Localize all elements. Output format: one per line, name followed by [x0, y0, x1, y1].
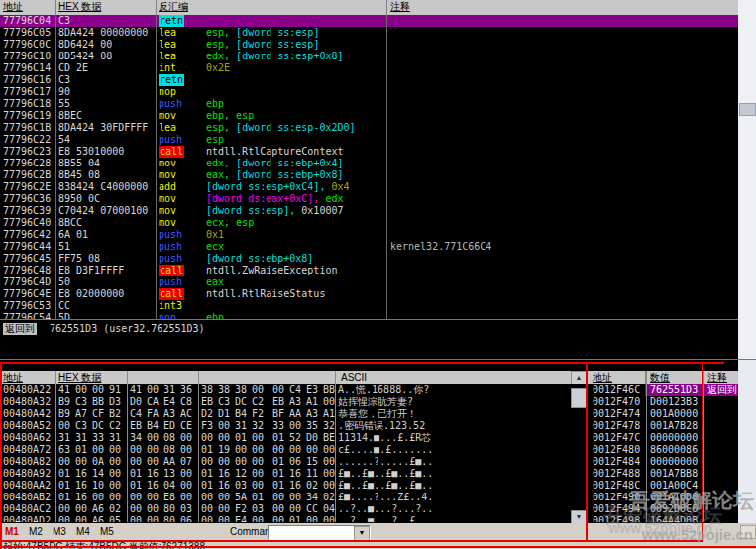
- dump-row[interactable]: 00480AA201161000011604000116030001160200…: [0, 480, 585, 492]
- disasm-operands: ntdll.RtlCaptureContext: [206, 146, 343, 158]
- stack-row[interactable]: 0012F4940092D0C0: [588, 503, 738, 515]
- dump-row[interactable]: 00480A42B9A7CFB2C4FAA3ACD2D1B4F2BFAAA3A1…: [0, 408, 585, 420]
- dump-byte: B4: [235, 408, 247, 420]
- disasm-hex-bytes: C70424 07000100: [58, 205, 155, 217]
- dropdown-button[interactable]: ▼: [354, 526, 370, 541]
- dump-byte: 01: [130, 480, 142, 492]
- dump-byte: 01: [75, 444, 87, 456]
- disasm-operands: ntdll.RtlRaiseStatus: [206, 288, 325, 300]
- dump-byte: 00: [272, 515, 284, 522]
- dump-byte: 16: [218, 480, 230, 492]
- disasm-row[interactable]: 77796C368950 0Cmov[dword ds:eax+0xC], ed…: [0, 193, 738, 205]
- tab-m3[interactable]: M3: [53, 526, 74, 538]
- disasm-row[interactable]: 77796C058DA424 00000000leaesp, [dword ss…: [0, 27, 738, 39]
- dump-row[interactable]: 00480A32B9C3BBD3D0CAE4C8EBC3DCC2EBA3A100…: [0, 396, 585, 408]
- dump-address: 00480A52: [3, 420, 51, 432]
- disasm-hex-bytes: CD 2E: [58, 62, 155, 74]
- command-combobox[interactable]: ▼: [268, 525, 371, 540]
- stack-value: 0092D0C0: [650, 503, 702, 515]
- dump-row[interactable]: 00480AB2011600000000E80000005A0100003402…: [0, 492, 585, 503]
- command-input[interactable]: [269, 526, 358, 539]
- disasm-row[interactable]: 77796C4EE8 02000000callntdll.RtlRaiseSta…: [0, 288, 738, 300]
- disasm-scrollbar[interactable]: [738, 0, 756, 359]
- stack-row[interactable]: 0012F47C00000000: [588, 432, 738, 444]
- tab-m4[interactable]: M4: [76, 526, 98, 538]
- stack-address: 0012F474: [593, 408, 640, 420]
- dump-scroll-down-button[interactable]: ▼: [571, 510, 587, 524]
- disasm-row[interactable]: 77796C545Dpopebp: [0, 312, 738, 319]
- stack-row[interactable]: 0012F498164A4D0B: [588, 515, 738, 522]
- disasm-row[interactable]: 77796C1790nop: [0, 86, 738, 98]
- disasm-address: 77796C19: [3, 110, 51, 122]
- operand-token: [dword ss:esp+0x8]: [236, 51, 343, 61]
- stack-row[interactable]: 0012F48C001A00C4: [588, 480, 738, 492]
- disasm-row[interactable]: 77796C4D50pusheax: [0, 276, 738, 288]
- disasm-row[interactable]: 77796C2E838424 C4000000add[dword ss:esp+…: [0, 181, 738, 193]
- disasm-address: 77796C42: [3, 229, 51, 241]
- disasm-row[interactable]: 77796C198BECmovebp, esp: [0, 110, 738, 122]
- disasm-row[interactable]: 77796C14CD 2Eint0x2E: [0, 62, 738, 74]
- disasm-row[interactable]: 77796C1B8DA424 30FDFFFFleaesp, [dword ss…: [0, 122, 738, 134]
- operand-token: 0x2E: [206, 62, 230, 73]
- tab-m1[interactable]: M1: [5, 526, 27, 538]
- stack-row[interactable]: 0012F488001A7BB8: [588, 468, 738, 480]
- dump-byte: 00: [323, 480, 335, 492]
- disasm-row[interactable]: 77796C288B55 04movedx, [dword ss:ebp+0x4…: [0, 158, 738, 169]
- disasm-row[interactable]: 77796C48E8 D3F1FFFFcallntdll.ZwRaiseExce…: [0, 265, 738, 276]
- stack-row[interactable]: 0012F48400000000: [588, 456, 738, 468]
- stack-address: 0012F478: [593, 420, 640, 432]
- disasm-rows: 77796C04C3retn77796C058DA424 00000000lea…: [0, 15, 738, 319]
- dump-row[interactable]: 00480A8200000A000000AA070000000001061500…: [0, 456, 585, 468]
- stack-row[interactable]: 0012F474001A0000: [588, 408, 738, 420]
- disasm-row[interactable]: 77796C426A 01push0x1: [0, 229, 738, 241]
- disasm-mnemonic: call: [159, 288, 184, 300]
- disasm-row[interactable]: 77796C16C3retn: [0, 74, 738, 86]
- dump-byte: 00: [180, 492, 192, 503]
- stack-value: 00000000: [650, 432, 702, 444]
- disasm-row[interactable]: 77796C2254pushesp: [0, 134, 738, 146]
- disasm-row[interactable]: 77796C408BCCmovecx, esp: [0, 217, 738, 229]
- dump-byte: 00: [218, 492, 230, 503]
- stack-row[interactable]: 0012F478001A7B28: [588, 420, 738, 432]
- disasm-row[interactable]: 77796C108D5424 08leaedx, [dword ss:esp+0…: [0, 51, 738, 62]
- disasm-row[interactable]: 77796C04C3retn: [0, 15, 738, 27]
- tab-m5[interactable]: M5: [100, 526, 122, 538]
- disasm-mnemonic: int3: [159, 300, 182, 312]
- dump-scrollbar-thumb[interactable]: [571, 388, 587, 408]
- disasm-row[interactable]: 77796C4451pushecxkernel32.771C66C4: [0, 241, 738, 253]
- dump-row[interactable]: 00480A9201161400011613000116120001161100…: [0, 468, 585, 480]
- dump-row[interactable]: 00480AD20000A605000080060000E40000010000…: [0, 515, 585, 522]
- disasm-row[interactable]: 77796C45FF75 08push[dword ss:ebp+0x8]: [0, 253, 738, 265]
- disasm-row[interactable]: 77796C53CCint3: [0, 300, 738, 312]
- disasm-address: 77796C28: [3, 158, 51, 169]
- dump-col-address: 地址: [3, 372, 23, 384]
- dump-row[interactable]: 00480A623131333134000800000001000152D0BE…: [0, 432, 585, 444]
- stack-address: 0012F484: [593, 456, 640, 468]
- dump-row[interactable]: 00480A5200C3DCC2EBB4EDCEF300313233003532…: [0, 420, 585, 432]
- stack-row[interactable]: 0012F48086000086: [588, 444, 738, 456]
- disasm-mnemonic: int: [159, 62, 176, 74]
- disasm-row[interactable]: 77796C0C8D6424 00leaesp, [dword ss:esp]: [0, 39, 738, 51]
- disasm-address: 77796C2B: [3, 169, 51, 181]
- disasm-row[interactable]: 77796C1855pushebp: [0, 98, 738, 110]
- dump-row[interactable]: 00480A7263010000000008000119000000000000…: [0, 444, 585, 456]
- stack-row[interactable]: 0012F470D00123B3: [588, 396, 738, 408]
- disasm-scrollbar-thumb[interactable]: [739, 103, 756, 116]
- dump-row[interactable]: 00480AC20000A602000080030000F2030000CC04…: [0, 503, 585, 515]
- disasm-row[interactable]: 77796C39C70424 07000100mov[dword ss:esp]…: [0, 205, 738, 217]
- tab-m2[interactable]: M2: [29, 526, 51, 538]
- disasm-row[interactable]: 77796C23E8 53010000callntdll.RtlCaptureC…: [0, 146, 738, 158]
- disasm-address: 77796C45: [3, 253, 51, 265]
- operand-token: edx: [325, 193, 343, 204]
- dump-row[interactable]: 00480A2241000091410031363838380000C4E3BB…: [0, 384, 585, 396]
- dump-ascii: £■..£■..£■..£■..: [338, 468, 437, 480]
- dump-scroll-up-button[interactable]: ▲: [571, 371, 587, 384]
- disasm-row[interactable]: 77796C2B8B45 08moveax, [dword ss:ebp+0x8…: [0, 169, 738, 181]
- info-pane-label: 返回到: [3, 323, 37, 335]
- stack-row[interactable]: 0012F46C762551D3返回到: [588, 384, 738, 396]
- resize-grip[interactable]: [740, 525, 756, 539]
- stack-row[interactable]: 0012F490001A10D0: [588, 492, 738, 503]
- dump-byte: 00: [109, 456, 121, 468]
- disasm-hex-bytes: 8D6424 00: [58, 39, 155, 51]
- pane-splitter[interactable]: [0, 359, 756, 360]
